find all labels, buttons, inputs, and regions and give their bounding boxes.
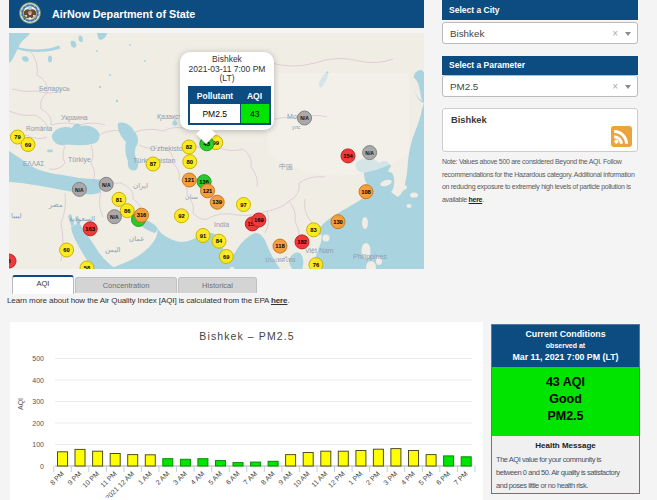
- svg-text:N/A: N/A: [365, 150, 374, 156]
- svg-text:80: 80: [187, 159, 193, 165]
- svg-text:58: 58: [84, 265, 91, 269]
- svg-text:Bishkek – PM2.5: Bishkek – PM2.5: [199, 330, 294, 342]
- svg-text:6 PM: 6 PM: [435, 470, 452, 487]
- svg-text:69: 69: [223, 254, 230, 260]
- svg-text:2 PM: 2 PM: [365, 470, 382, 487]
- svg-text:N/A: N/A: [102, 182, 111, 188]
- svg-text:400: 400: [32, 377, 44, 384]
- svg-text:500: 500: [32, 355, 44, 362]
- svg-text:0: 0: [40, 463, 44, 470]
- svg-text:200: 200: [32, 420, 44, 427]
- svg-text:4 AM: 4 AM: [189, 470, 205, 486]
- svg-text:316: 316: [137, 212, 147, 218]
- svg-text:130: 130: [333, 219, 343, 225]
- svg-text:86: 86: [124, 208, 131, 214]
- svg-text:97: 97: [240, 202, 246, 208]
- svg-text:11 AM: 11 AM: [310, 470, 329, 489]
- svg-text:12 PM: 12 PM: [327, 470, 346, 489]
- svg-text:N/A: N/A: [300, 115, 309, 121]
- svg-text:5 PM: 5 PM: [417, 470, 434, 487]
- svg-text:92: 92: [178, 213, 184, 219]
- svg-text:118: 118: [275, 243, 285, 249]
- svg-text:10 PM: 10 PM: [81, 470, 100, 489]
- svg-text:6 AM: 6 AM: [224, 470, 240, 486]
- svg-text:3 AM: 3 AM: [172, 470, 188, 486]
- svg-text:121: 121: [184, 177, 194, 183]
- svg-text:69: 69: [25, 142, 32, 148]
- svg-text:79: 79: [14, 134, 21, 140]
- svg-text:163: 163: [85, 226, 95, 232]
- svg-text:AQI: AQI: [17, 398, 25, 410]
- svg-text:10 AM: 10 AM: [292, 470, 311, 489]
- svg-text:121: 121: [203, 188, 213, 194]
- svg-text:76: 76: [313, 262, 320, 268]
- svg-text:81: 81: [116, 197, 123, 203]
- svg-text:60: 60: [63, 247, 69, 253]
- svg-text:300: 300: [32, 398, 44, 405]
- svg-text:1 AM: 1 AM: [137, 470, 153, 486]
- svg-text:154: 154: [343, 153, 353, 159]
- svg-text:5 AM: 5 AM: [207, 470, 223, 486]
- svg-text:139: 139: [212, 199, 222, 205]
- svg-text:82: 82: [186, 144, 192, 150]
- svg-text:N/A: N/A: [110, 214, 119, 220]
- svg-text:8 AM: 8 AM: [260, 470, 276, 486]
- svg-text:182: 182: [297, 239, 307, 245]
- svg-text:108: 108: [361, 189, 371, 195]
- svg-text:91: 91: [200, 233, 207, 239]
- svg-text:3 PM: 3 PM: [382, 470, 399, 487]
- svg-text:1 PM: 1 PM: [347, 470, 364, 487]
- svg-text:7 PM: 7 PM: [452, 470, 469, 487]
- svg-text:7 AM: 7 AM: [242, 470, 258, 486]
- svg-text:N/A: N/A: [75, 187, 84, 193]
- svg-text:100: 100: [32, 441, 44, 448]
- svg-text:84: 84: [216, 238, 223, 244]
- svg-text:8 PM: 8 PM: [49, 470, 66, 487]
- svg-text:4 PM: 4 PM: [400, 470, 417, 487]
- svg-text:87: 87: [150, 161, 156, 167]
- svg-text:83: 83: [310, 227, 317, 233]
- svg-text:2 AM: 2 AM: [154, 470, 170, 486]
- svg-text:169: 169: [254, 217, 264, 223]
